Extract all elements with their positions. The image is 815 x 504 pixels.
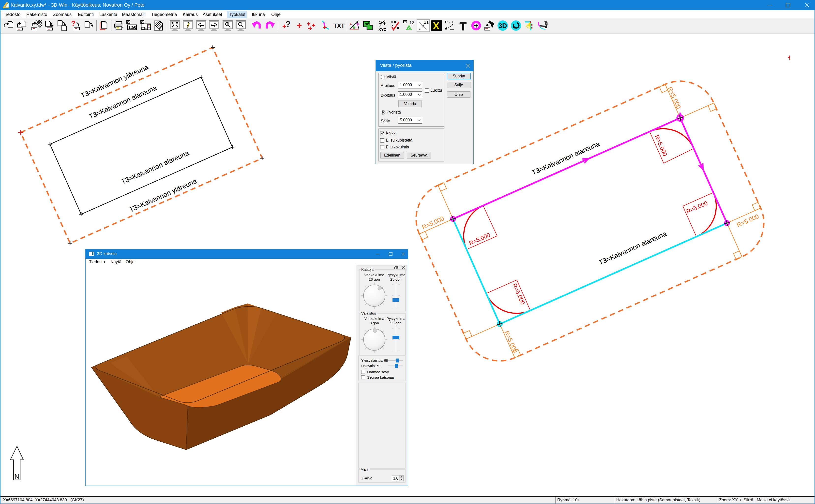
- svg-text:N: N: [14, 473, 19, 480]
- svg-text:Yleisvalaistus: 68: Yleisvalaistus: 68: [361, 359, 388, 362]
- svg-text:21: 21: [424, 20, 429, 25]
- svg-text:R=5.000: R=5.000: [667, 86, 682, 110]
- svg-text:Katsoja: Katsoja: [361, 267, 374, 272]
- svg-text:T3=Kaivannon yläreuna: T3=Kaivannon yläreuna: [128, 177, 198, 214]
- svg-text:25 gon: 25 gon: [390, 277, 402, 281]
- svg-text:55 gon: 55 gon: [390, 321, 402, 325]
- svg-text:T3=Kaivannon alareuna: T3=Kaivannon alareuna: [120, 149, 190, 186]
- svg-text:R=5.000: R=5.000: [421, 215, 445, 230]
- svg-text:Malli: Malli: [361, 467, 368, 471]
- svg-text:R=5.000: R=5.000: [468, 231, 491, 247]
- svg-text:Harmaa sävy: Harmaa sävy: [367, 370, 389, 374]
- svg-text:Vaakakulma: Vaakakulma: [364, 273, 384, 277]
- svg-text:α: α: [357, 21, 359, 26]
- svg-text:Z-Arvo: Z-Arvo: [361, 476, 372, 480]
- svg-text:Vaakakulma: Vaakakulma: [364, 317, 384, 321]
- svg-text:Hajavalo: 60: Hajavalo: 60: [361, 364, 380, 368]
- svg-text:TXT: TXT: [333, 22, 345, 29]
- svg-text:12: 12: [409, 21, 414, 25]
- svg-text:Seuraa katsojaa: Seuraa katsojaa: [367, 375, 394, 379]
- svg-text:Valaistus: Valaistus: [361, 311, 376, 315]
- svg-text:X: X: [433, 20, 439, 31]
- svg-text:1:50: 1:50: [128, 25, 136, 29]
- svg-text:3,0: 3,0: [393, 476, 398, 480]
- svg-text:R=5.000: R=5.000: [511, 282, 526, 305]
- svg-text:?: ?: [71, 20, 75, 27]
- svg-text:R=5.000: R=5.000: [736, 213, 760, 228]
- svg-text:Pystykulma: Pystykulma: [387, 317, 406, 321]
- svg-text:m²: m²: [364, 22, 370, 26]
- svg-text:R=5.000: R=5.000: [686, 200, 709, 215]
- svg-text:R=5.000: R=5.000: [503, 330, 519, 354]
- svg-text:3D: 3D: [498, 22, 507, 29]
- svg-text:T3=Kaivannon alareuna: T3=Kaivannon alareuna: [597, 230, 668, 267]
- svg-text:?: ?: [286, 20, 291, 29]
- svg-text:B: B: [353, 26, 355, 29]
- svg-text:Pystykulma: Pystykulma: [387, 273, 406, 277]
- svg-text:23 gon: 23 gon: [369, 277, 380, 281]
- svg-text:3 gon: 3 gon: [370, 321, 379, 325]
- svg-text:A: A: [350, 22, 352, 26]
- svg-text:XYZ: XYZ: [379, 27, 386, 31]
